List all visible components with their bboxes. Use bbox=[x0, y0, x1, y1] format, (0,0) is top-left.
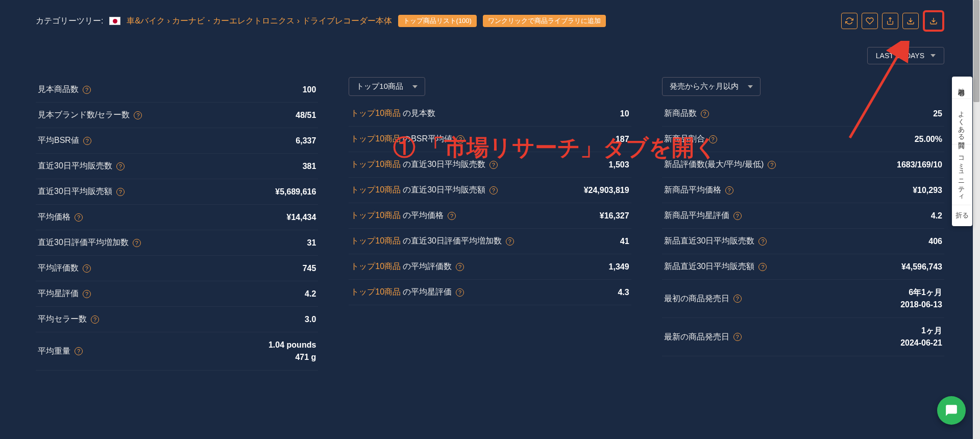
help-icon[interactable] bbox=[768, 161, 776, 169]
help-icon[interactable] bbox=[456, 288, 464, 297]
help-icon[interactable] bbox=[758, 237, 767, 246]
stat-label: トップ10商品の直近30日評価平均増加数 bbox=[351, 236, 514, 247]
share-button[interactable] bbox=[882, 13, 898, 29]
download-highlighted-button[interactable] bbox=[923, 10, 944, 32]
help-icon[interactable] bbox=[83, 137, 91, 145]
stat-value: 100 bbox=[303, 85, 316, 94]
stat-value: 1,349 bbox=[609, 262, 629, 272]
one-click-add-badge[interactable]: ワンクリックで商品ライブラリに追加 bbox=[483, 15, 606, 27]
side-help-community[interactable]: コミュニティ bbox=[952, 144, 971, 205]
stat-label: 新商品平均価格 bbox=[664, 185, 733, 196]
stat-label: 新品直近30日平均販売数 bbox=[664, 236, 767, 247]
help-icon[interactable] bbox=[489, 161, 498, 169]
stat-label: 平均BSR値 bbox=[38, 135, 91, 146]
stat-label: 見本ブランド数/セラー数 bbox=[38, 110, 142, 120]
help-icon[interactable] bbox=[733, 212, 742, 220]
help-icon[interactable] bbox=[489, 186, 498, 194]
refresh-button[interactable] bbox=[841, 13, 857, 29]
dropdown-label: トップ10商品 bbox=[356, 82, 403, 91]
side-help-panel: 初心者向け よくある質問 コミュニティ 折る bbox=[952, 77, 972, 226]
stat-row: 新商品平均星評価4.2 bbox=[662, 203, 944, 229]
side-help-collapse[interactable]: 折る bbox=[952, 205, 972, 226]
stat-row: トップ10商品のBSR平均値187 bbox=[349, 127, 631, 152]
top-products-dropdown[interactable]: トップ10商品 bbox=[349, 77, 425, 96]
help-icon[interactable] bbox=[91, 315, 99, 324]
stat-row: トップ10商品の平均価格¥16,327 bbox=[349, 203, 631, 229]
help-icon[interactable] bbox=[83, 86, 91, 94]
stat-value: 25.00% bbox=[915, 135, 942, 144]
help-icon[interactable] bbox=[506, 237, 514, 246]
stat-label: 新品直近30日平均販売額 bbox=[664, 261, 767, 272]
help-icon[interactable] bbox=[709, 135, 717, 143]
help-icon[interactable] bbox=[116, 188, 125, 196]
side-help-beginner[interactable]: 初心者向け bbox=[952, 77, 971, 99]
stat-value: 41 bbox=[620, 237, 629, 246]
stat-row: 平均評価数745 bbox=[36, 256, 318, 281]
stat-label: 最初の商品発売日 bbox=[664, 294, 742, 304]
stat-label: 直近30日平均販売数 bbox=[38, 161, 125, 172]
stat-label: トップ10商品の見本数 bbox=[351, 108, 435, 119]
stat-row: 直近30日平均販売数381 bbox=[36, 154, 318, 179]
breadcrumb-path[interactable]: 車&バイク › カーナビ・カーエレクトロニクス › ドライブレコーダー本体 bbox=[127, 16, 391, 27]
help-icon[interactable] bbox=[75, 213, 83, 222]
help-icon[interactable] bbox=[725, 186, 733, 194]
stat-value: 1.04 pounds471 g bbox=[268, 339, 316, 363]
stat-value: 6年1ヶ月2018-06-13 bbox=[900, 286, 942, 311]
stat-row: トップ10商品の直近30日平均販売数1,503 bbox=[349, 152, 631, 178]
stat-row: 新商品割合25.00% bbox=[662, 127, 944, 152]
scrollbar-thumb[interactable] bbox=[973, 0, 979, 102]
help-icon[interactable] bbox=[134, 111, 142, 119]
stat-row: 直近30日平均販売額¥5,689,616 bbox=[36, 179, 318, 205]
stat-row: 最新の商品発売日1ヶ月2024-06-21 bbox=[662, 318, 944, 356]
stat-value: ¥10,293 bbox=[913, 186, 942, 195]
period-row: LAST 30 DAYS bbox=[36, 47, 944, 64]
help-icon[interactable] bbox=[83, 290, 91, 298]
stat-row: 平均セラー数3.0 bbox=[36, 307, 318, 332]
stat-label: 直近30日評価平均増加数 bbox=[38, 237, 141, 248]
stat-row: 平均価格¥14,434 bbox=[36, 205, 318, 230]
help-icon[interactable] bbox=[456, 135, 464, 143]
stat-row: トップ10商品の平均星評価4.3 bbox=[349, 280, 631, 305]
stat-value: 187 bbox=[616, 135, 629, 144]
help-icon[interactable] bbox=[733, 295, 742, 303]
stat-label: 平均価格 bbox=[38, 212, 83, 223]
stat-row: 見本商品数100 bbox=[36, 77, 318, 103]
help-icon[interactable] bbox=[116, 162, 125, 170]
stat-label: 新品評価数(最大/平均/最低) bbox=[664, 159, 776, 170]
stat-value: 381 bbox=[303, 162, 316, 171]
main-container: カテゴリーツリー: 車&バイク › カーナビ・カーエレクトロニクス › ドライブ… bbox=[0, 0, 980, 381]
download-button[interactable] bbox=[902, 13, 919, 29]
release-period-dropdown[interactable]: 発売から六ヶ月以内 bbox=[662, 77, 761, 96]
stat-value: 745 bbox=[303, 264, 316, 273]
help-icon[interactable] bbox=[133, 239, 141, 247]
help-icon[interactable] bbox=[701, 110, 709, 118]
stat-label: 平均重量 bbox=[38, 346, 83, 357]
stat-row: 見本ブランド数/セラー数48/51 bbox=[36, 103, 318, 128]
period-selector[interactable]: LAST 30 DAYS bbox=[867, 47, 944, 64]
help-icon[interactable] bbox=[83, 264, 91, 273]
favorite-button[interactable] bbox=[862, 13, 878, 29]
stat-label: トップ10商品の平均星評価 bbox=[351, 287, 464, 298]
stat-label: 新商品割合 bbox=[664, 134, 717, 144]
breadcrumb-row: カテゴリーツリー: 車&バイク › カーナビ・カーエレクトロニクス › ドライブ… bbox=[36, 10, 944, 32]
stat-value: 4.3 bbox=[618, 288, 629, 297]
stats-panels: 見本商品数100見本ブランド数/セラー数48/51平均BSR値6,337直近30… bbox=[36, 77, 944, 371]
help-icon[interactable] bbox=[758, 263, 767, 271]
top-list-badge[interactable]: トップ商品リスト(100) bbox=[398, 15, 477, 27]
stat-value: 4.2 bbox=[305, 289, 316, 299]
help-icon[interactable] bbox=[733, 333, 742, 341]
chat-button[interactable] bbox=[937, 396, 966, 425]
stat-row: 新品評価数(最大/平均/最低)1683/169/10 bbox=[662, 152, 944, 178]
help-icon[interactable] bbox=[448, 212, 456, 220]
stat-value: 25 bbox=[933, 109, 942, 118]
side-help-faq[interactable]: よくある質問 bbox=[952, 99, 971, 144]
help-icon[interactable] bbox=[75, 347, 83, 355]
stat-value: ¥5,689,616 bbox=[275, 187, 316, 197]
scrollbar-track[interactable] bbox=[973, 0, 980, 439]
chat-icon bbox=[945, 404, 958, 417]
stat-row: トップ10商品の見本数10 bbox=[349, 101, 631, 127]
top-products-panel: トップ10商品 トップ10商品の見本数10トップ10商品のBSR平均値187トッ… bbox=[349, 77, 631, 371]
stat-label: 平均評価数 bbox=[38, 263, 91, 274]
stat-label: 平均星評価 bbox=[38, 288, 91, 299]
help-icon[interactable] bbox=[456, 263, 464, 271]
